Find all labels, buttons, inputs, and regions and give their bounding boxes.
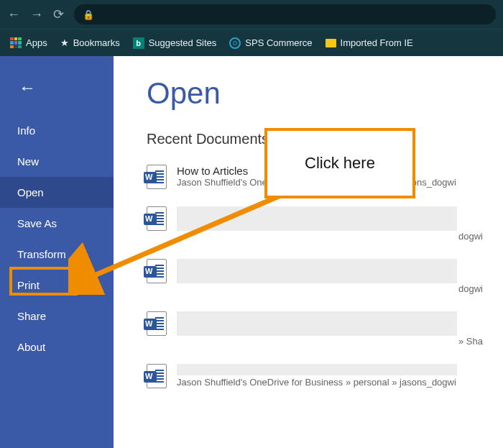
main-panel: Open Recent Documents W How to Articles … [114,56,503,448]
bookmark-label: Apps [26,37,47,48]
word-doc-icon: W [147,206,167,231]
annotation-callout: Click here [264,128,415,198]
bookmark-label: Bookmarks [73,37,120,48]
sidebar-item-new[interactable]: New [0,146,114,177]
sidebar-item-open[interactable]: Open [0,177,114,208]
sidebar-item-label: New [17,155,39,168]
address-bar[interactable]: 🔒 [74,4,496,24]
annotation-text: Click here [305,154,375,173]
sidebar-item-transform[interactable]: Transform [0,239,114,270]
forward-icon[interactable]: → [30,7,43,22]
back-icon[interactable]: ← [7,7,20,22]
word-doc-icon: W [147,364,167,388]
sidebar-item-info[interactable]: Info [0,115,114,146]
doc-path: Jason Shuffield's OneDrive for Business … [177,377,457,388]
document-row[interactable]: W Jason Shuffield's OneDrive for Busines… [147,364,503,388]
doc-path-tail: » Sha [458,336,483,347]
sidebar-item-save-as[interactable]: Save As [0,208,114,239]
bookmark-apps[interactable]: Apps [10,37,47,49]
sidebar-item-label: Save As [17,217,57,229]
redacted-content [177,259,457,283]
word-doc-icon: W [147,165,167,189]
sidebar-item-label: Info [17,124,35,137]
bookmark-sps[interactable]: SPS Commerce [229,37,312,49]
bookmark-label: Imported From IE [341,37,413,48]
bookmark-bookmarks[interactable]: ★ Bookmarks [60,37,120,48]
bookmark-suggested[interactable]: b Suggested Sites [133,37,217,49]
doc-path-tail: dogwi [458,231,483,242]
sidebar-item-share[interactable]: Share [0,301,114,332]
sidebar-item-label: Share [17,310,46,322]
star-icon: ★ [60,37,69,48]
redacted-content [177,206,457,231]
bookmark-label: Suggested Sites [149,37,217,48]
browser-toolbar: ← → ⟳ 🔒 [0,0,503,29]
sidebar: ← Info New Open Save As Transform Print … [0,56,114,448]
annotation-highlight [9,267,78,296]
redacted-content [177,364,457,375]
bookmark-bar: Apps ★ Bookmarks b Suggested Sites SPS C… [0,29,503,56]
sidebar-item-label: Transform [17,248,66,260]
doc-path-tail: dogwi [458,283,483,294]
page-title: Open [147,76,503,111]
sidebar-item-label: About [17,341,45,353]
folder-icon [326,39,336,47]
document-row[interactable]: W dogwi [147,206,503,242]
lock-icon: 🔒 [83,9,94,20]
bing-icon: b [133,37,144,49]
sps-icon [229,37,241,49]
sidebar-item-label: Open [17,186,44,198]
apps-icon [10,37,22,49]
bookmark-label: SPS Commerce [245,37,312,48]
sidebar-item-about[interactable]: About [0,332,114,362]
reload-icon[interactable]: ⟳ [53,6,64,22]
redacted-content [177,311,457,336]
word-online-backstage: ← Info New Open Save As Transform Print … [0,56,503,448]
document-row[interactable]: W dogwi [147,259,503,294]
word-doc-icon: W [147,311,167,336]
bookmark-imported[interactable]: Imported From IE [326,37,413,48]
document-row[interactable]: W » Sha [147,311,503,347]
back-button[interactable]: ← [0,72,114,115]
word-doc-icon: W [147,259,167,283]
